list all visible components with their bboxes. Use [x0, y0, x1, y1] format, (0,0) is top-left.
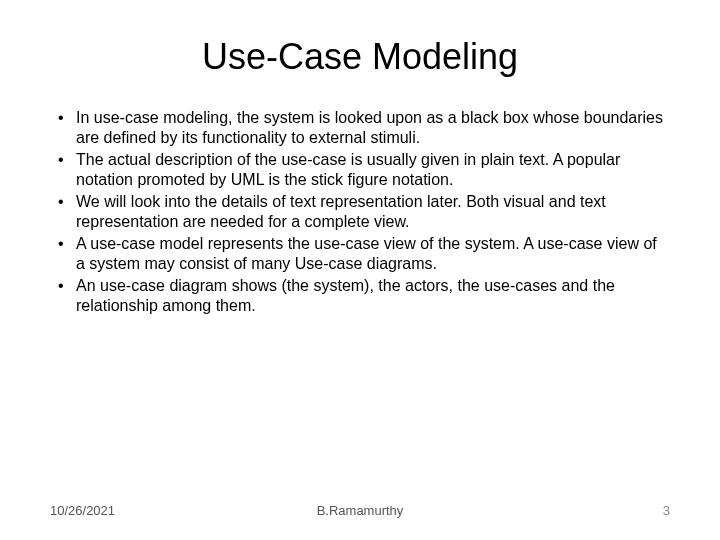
bullet-item: We will look into the details of text re… [76, 192, 670, 232]
bullet-list: In use-case modeling, the system is look… [50, 108, 670, 316]
bullet-item: An use-case diagram shows (the system), … [76, 276, 670, 316]
bullet-item: A use-case model represents the use-case… [76, 234, 670, 274]
bullet-item: The actual description of the use-case i… [76, 150, 670, 190]
footer-date: 10/26/2021 [50, 503, 115, 518]
slide-footer: 10/26/2021 B.Ramamurthy 3 [0, 503, 720, 518]
footer-author: B.Ramamurthy [317, 503, 404, 518]
bullet-item: In use-case modeling, the system is look… [76, 108, 670, 148]
slide-title: Use-Case Modeling [50, 36, 670, 78]
footer-page-number: 3 [663, 503, 670, 518]
slide: Use-Case Modeling In use-case modeling, … [0, 0, 720, 540]
